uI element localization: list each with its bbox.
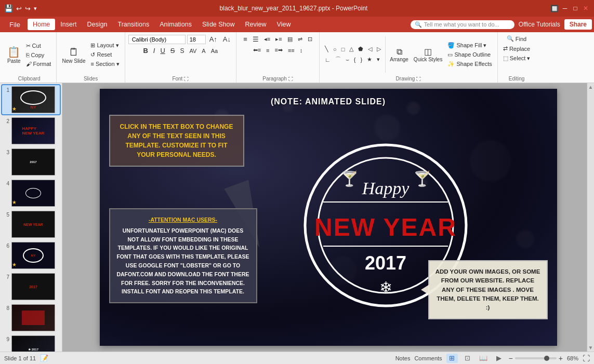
tab-design[interactable]: Design	[82, 19, 113, 30]
smartart-button[interactable]: ⊡	[306, 35, 314, 44]
slide-thumb-8[interactable]: 8	[2, 303, 60, 332]
notes-button[interactable]: Notes	[395, 355, 411, 361]
char-spacing-button[interactable]: AV	[188, 47, 199, 55]
reset-button[interactable]: ↺ Reset	[88, 50, 121, 59]
shape-5[interactable]: ⬟	[356, 45, 365, 53]
format-painter-button[interactable]: 🖌 Format	[24, 60, 54, 68]
scroll-down-button[interactable]: ▼	[587, 344, 594, 352]
increase-font-button[interactable]: A↑	[207, 34, 219, 44]
align-center-button[interactable]: ≡	[264, 46, 271, 55]
shape-1[interactable]: ╲	[323, 45, 331, 53]
indent-less-button[interactable]: ◂≡	[262, 35, 272, 44]
font-color-button[interactable]: A	[200, 47, 207, 55]
slide-thumb-4[interactable]: 4 ★	[2, 179, 60, 208]
align-left-button[interactable]: ⬅≡	[251, 46, 263, 55]
drawing-expand-icon[interactable]: ⛶	[416, 76, 421, 82]
select-button[interactable]: ⬚ Select ▾	[501, 54, 533, 63]
slideshow-button[interactable]: ▶	[493, 354, 505, 363]
strikethrough-button[interactable]: S	[168, 46, 177, 56]
bullets-button[interactable]: ≡	[241, 34, 249, 44]
tab-view[interactable]: View	[272, 19, 296, 30]
zoom-thumb[interactable]	[544, 356, 549, 361]
copy-button[interactable]: ⎘ Copy	[24, 51, 54, 59]
undo-icon[interactable]: ↩	[16, 5, 22, 12]
col-button[interactable]: ▤	[285, 35, 295, 44]
layout-button[interactable]: ⊞ Layout ▾	[88, 41, 121, 50]
shape-8[interactable]: ∟	[323, 55, 333, 64]
office-tutorials-link[interactable]: Office Tutorials	[519, 21, 560, 28]
file-menu[interactable]: File	[2, 17, 28, 32]
info-box-mac-users[interactable]: -ATTENTION MAC USERS- UNFORTUNATELY POWE…	[109, 208, 257, 303]
decrease-font-button[interactable]: A↓	[221, 34, 233, 44]
zoom-level[interactable]: 68%	[567, 355, 578, 361]
shape-11[interactable]: {	[352, 55, 358, 64]
slide-canvas[interactable]: (NOTE: ANIMATED SLIDE) CLICK IN THE TEXT…	[100, 89, 557, 346]
slide-thumb-3[interactable]: 3 2017	[2, 147, 60, 177]
section-button[interactable]: ≡ Section ▾	[88, 60, 121, 69]
cut-button[interactable]: ✂ Cut	[24, 42, 54, 50]
comments-button[interactable]: Comments	[414, 355, 442, 361]
arrange-button[interactable]: ⧉ Arrange	[388, 46, 411, 63]
slide-thumb-6[interactable]: 6 NY ★	[2, 241, 60, 270]
shape-4[interactable]: △	[347, 45, 355, 53]
tab-slideshow[interactable]: Slide Show	[197, 19, 240, 30]
font-size-select[interactable]: 18	[187, 35, 206, 44]
search-box[interactable]: 🔍 Tell me what you want to do...	[411, 20, 514, 29]
tab-animations[interactable]: Animations	[154, 19, 197, 30]
find-button[interactable]: 🔍 Find	[505, 34, 529, 43]
share-button[interactable]: Share	[564, 19, 592, 30]
italic-button[interactable]: I	[151, 46, 157, 56]
redo-icon[interactable]: ↪	[25, 5, 31, 12]
slide-thumb-9[interactable]: 9 ★ 2017	[2, 334, 60, 352]
indent-more-button[interactable]: ▸≡	[273, 35, 284, 44]
minimize-button[interactable]: ─	[561, 4, 569, 12]
paragraph-expand-icon[interactable]: ⛶	[288, 76, 293, 82]
shape-2[interactable]: ○	[331, 45, 339, 53]
tab-transitions[interactable]: Transitions	[112, 19, 154, 30]
shape-effects-button[interactable]: ✨ Shape Effects	[445, 60, 494, 69]
shape-7[interactable]: ▷	[375, 45, 383, 53]
save-icon[interactable]: 💾	[4, 4, 13, 12]
quick-styles-button[interactable]: ◫ Quick Styles	[412, 46, 445, 63]
slide-thumb-2[interactable]: 2 HAPPYNEW YEAR	[2, 116, 60, 145]
reading-view-button[interactable]: 📖	[478, 354, 489, 363]
shape-10[interactable]: ⌣	[344, 55, 351, 64]
shadow-button[interactable]: S	[178, 46, 186, 56]
shape-6[interactable]: ◁	[366, 45, 374, 53]
align-right-button[interactable]: ≡➡	[273, 46, 285, 55]
right-scrollbar[interactable]: ▲ ▼	[587, 83, 594, 352]
zoom-in-button[interactable]: +	[559, 354, 563, 362]
shape-expand-icon[interactable]: ▾	[375, 55, 382, 64]
close-button[interactable]: ✕	[582, 4, 590, 12]
bold-button[interactable]: B	[141, 46, 150, 56]
info-box-images[interactable]: ADD YOUR OWN IMAGES, OR SOME FROM OUR WE…	[428, 260, 548, 319]
shape-12[interactable]: }	[358, 55, 364, 64]
shape-fill-button[interactable]: 🪣 Shape Fill ▾	[445, 41, 494, 50]
slide-thumb-7[interactable]: 7 2017	[2, 272, 60, 301]
font-expand-icon[interactable]: ⛶	[184, 76, 189, 82]
shape-outline-button[interactable]: ▭ Shape Outline	[445, 50, 494, 59]
justify-button[interactable]: ≡≡	[286, 46, 297, 55]
shape-9[interactable]: ⌒	[333, 55, 343, 64]
tab-home[interactable]: Home	[28, 19, 55, 30]
shape-3[interactable]: □	[339, 45, 347, 53]
numbering-button[interactable]: ☰	[250, 34, 261, 44]
paste-button[interactable]: 📋 Paste	[5, 45, 23, 65]
maximize-button[interactable]: □	[571, 4, 579, 12]
shape-13[interactable]: ★	[365, 55, 374, 64]
text-dir-button[interactable]: ⇌	[296, 35, 305, 44]
font-family-select[interactable]: Calibri (Body)	[128, 35, 186, 44]
replace-button[interactable]: ⇄ Replace	[501, 44, 532, 53]
zoom-out-button[interactable]: −	[509, 354, 513, 362]
slide-thumb-1[interactable]: 1 NY ★	[2, 85, 60, 114]
underline-button[interactable]: U	[158, 46, 167, 56]
tab-insert[interactable]: Insert	[55, 19, 82, 30]
slide-thumb-5[interactable]: 5 NEW YEAR	[2, 210, 60, 239]
slide-sorter-button[interactable]: ⊡	[462, 354, 473, 363]
zoom-slider[interactable]	[515, 357, 557, 359]
fit-to-window-button[interactable]: ⛶	[583, 354, 590, 362]
restore-icon[interactable]: 🔲	[550, 5, 559, 12]
scroll-up-button[interactable]: ▲	[587, 83, 594, 91]
clear-format-button[interactable]: Aa	[209, 47, 220, 55]
line-spacing-button[interactable]: ↕	[298, 46, 305, 55]
